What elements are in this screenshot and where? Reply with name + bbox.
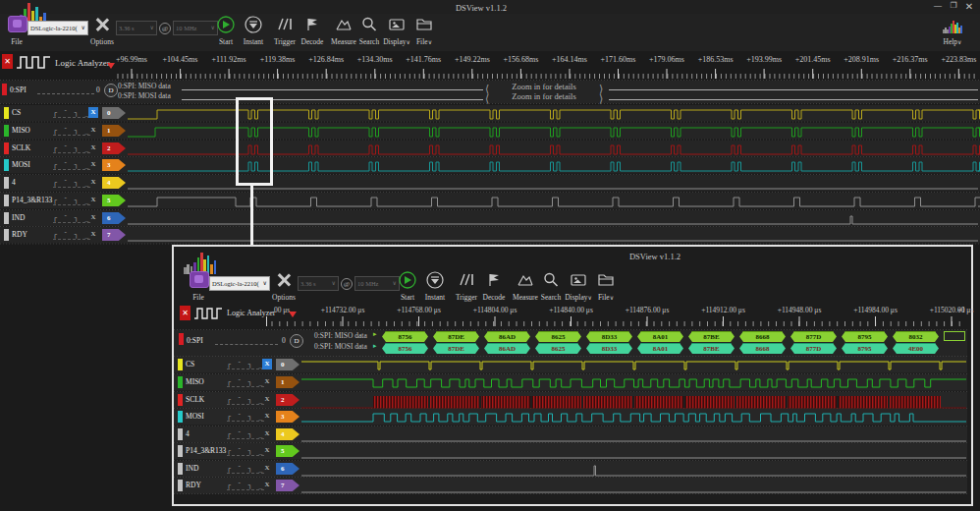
restore-button[interactable]: ❐ — [947, 1, 960, 12]
channel-row-sclk: SCLK┌ ¯ ┐ _X2 — [174, 392, 306, 408]
trigger-edge-selector[interactable]: ┌ ¯ ┐ _ — [227, 413, 264, 422]
channel-tag-6[interactable]: 6 — [276, 463, 299, 475]
measure-icon[interactable] — [334, 16, 354, 33]
channel-tag-7[interactable]: 7 — [102, 229, 126, 241]
trigger-edge-selector[interactable]: ┌ ¯ ┐ _ — [53, 214, 90, 223]
trigger-any-chip[interactable]: X — [262, 445, 272, 456]
samplerate-select[interactable]: ∨10 MHz — [173, 21, 218, 35]
decode-icon[interactable] — [302, 16, 322, 33]
trigger-any-chip[interactable]: X — [262, 359, 272, 369]
channel-name[interactable]: IND — [12, 213, 25, 222]
minimize-button[interactable]: — — [931, 1, 945, 12]
trigger-edge-selector[interactable]: ┌ ¯ ┐ _ — [53, 197, 90, 205]
channel-tag-2[interactable]: 2 — [102, 142, 126, 154]
channel-name[interactable]: CS — [12, 108, 21, 117]
trigger-edge-selector[interactable]: ┌ ¯ ┐ _ — [53, 109, 90, 118]
dsview-main-window: DSView v1.1.2 — ❐ ✕ File∨DSLogic-la-2210… — [0, 0, 980, 511]
channel-name[interactable]: IND — [186, 464, 198, 473]
channel-name[interactable]: SCLK — [186, 395, 204, 404]
channel-color-swatch — [4, 229, 9, 241]
channel-row-miso: MISO┌ ¯ ┐ _X1 — [0, 123, 133, 139]
trigger-edge-selector[interactable]: ┌ ¯ ┐ _ — [227, 482, 264, 490]
instant-icon[interactable] — [244, 16, 263, 33]
decode-box-mosi: 8D33 — [586, 343, 632, 354]
close-button[interactable]: ✕ — [962, 1, 976, 12]
trigger-any-chip[interactable]: X — [88, 159, 98, 170]
trigger-any-chip[interactable]: X — [88, 107, 98, 118]
display-icon[interactable] — [387, 16, 407, 33]
trigger-edge-selector[interactable]: ┌ ¯ ┐ _ — [53, 127, 90, 136]
decode-box-mosi: 86AD — [484, 343, 530, 354]
channel-name[interactable]: MISO — [186, 377, 204, 386]
channel-tag-6[interactable]: 6 — [102, 212, 126, 224]
trigger-any-chip[interactable]: X — [88, 212, 98, 223]
decode-box-miso: 8668 — [739, 331, 786, 342]
channel-name[interactable]: P14_3&R133 — [12, 196, 52, 204]
channel-tag-0[interactable]: 0 — [276, 359, 299, 370]
trigger-any-chip[interactable]: X — [262, 394, 272, 405]
trigger-any-chip[interactable]: X — [262, 463, 272, 474]
channel-name[interactable]: MISO — [12, 126, 30, 135]
channel-row-4: 4┌ ¯ ┐ _X4 — [174, 426, 306, 442]
trigger-edge-selector[interactable]: ┌ ¯ ┐ _ — [227, 396, 264, 405]
channel-color-swatch — [178, 428, 183, 440]
trigger-any-chip[interactable]: X — [88, 195, 98, 205]
trigger-any-chip[interactable]: X — [88, 229, 98, 240]
channel-color-swatch — [4, 212, 9, 224]
channel-name[interactable]: MOSI — [186, 412, 204, 421]
channel-name[interactable]: CS — [186, 360, 194, 369]
trigger-edge-selector[interactable]: ┌ ¯ ┐ _ — [53, 179, 90, 188]
file-open-icon[interactable] — [414, 16, 434, 33]
channel-name[interactable]: MOSI — [12, 160, 30, 169]
channel-tag-2[interactable]: 2 — [276, 394, 299, 406]
search-icon[interactable] — [359, 16, 379, 33]
channel-row-sclk: SCLK┌ ¯ ┐ _X2 — [0, 141, 133, 156]
trigger-edge-selector[interactable]: ┌ ¯ ┐ _ — [227, 361, 264, 369]
channel-tag-0[interactable]: 0 — [102, 107, 126, 119]
channel-name[interactable]: SCLK — [12, 143, 30, 152]
channel-tag-5[interactable]: 5 — [276, 445, 299, 457]
file-label-text: File — [416, 37, 428, 46]
start-icon[interactable] — [216, 16, 236, 33]
trigger-any-chip[interactable]: X — [88, 125, 98, 136]
file-button-label[interactable]: File∨ — [405, 37, 444, 46]
trigger-any-chip[interactable]: X — [262, 411, 272, 422]
channel-tag-5[interactable]: 5 — [102, 195, 126, 206]
channel-tag-1[interactable]: 1 — [276, 376, 299, 388]
trigger-edge-selector[interactable]: ┌ ¯ ┐ _ — [227, 378, 264, 387]
trigger-any-chip[interactable]: X — [262, 376, 272, 387]
channel-row-rdy: RDY┌ ¯ ┐ _X7 — [174, 478, 306, 493]
trigger-any-chip[interactable]: X — [262, 428, 272, 439]
trigger-edge-selector[interactable]: ┌ ¯ ┐ _ — [53, 144, 90, 153]
channel-tag-4[interactable]: 4 — [276, 428, 299, 440]
decode-box-mosi: 87DE — [433, 343, 479, 354]
channel-name[interactable]: RDY — [12, 230, 27, 239]
channel-tag-3[interactable]: 3 — [276, 411, 299, 423]
channel-color-swatch — [4, 195, 9, 206]
trigger-edge-selector[interactable]: ┌ ¯ ┐ _ — [53, 231, 90, 240]
trigger-icon[interactable] — [275, 16, 295, 33]
decode-leader-arrow-mosi: ▸ — [373, 342, 377, 350]
channel-tag-7[interactable]: 7 — [276, 480, 299, 491]
channel-tag-4[interactable]: 4 — [102, 177, 126, 189]
channel-name[interactable]: 4 — [12, 178, 16, 187]
inset-window: DSView v1.1.2 File∨DSLogic-la-2210(Optio… — [172, 245, 973, 506]
channel-tag-3[interactable]: 3 — [102, 159, 126, 171]
channel-name[interactable]: P14_3&R133 — [186, 446, 226, 455]
trigger-edge-selector[interactable]: ┌ ¯ ┐ _ — [227, 430, 264, 439]
trigger-any-chip[interactable]: X — [88, 177, 98, 188]
decode-box-miso: 8A01 — [637, 331, 683, 342]
trigger-edge-selector[interactable]: ┌ ¯ ┐ _ — [227, 465, 264, 474]
channel-tag-1[interactable]: 1 — [102, 125, 126, 137]
trigger-edge-selector[interactable]: ┌ ¯ ┐ _ — [227, 447, 264, 456]
channel-name[interactable]: RDY — [186, 481, 201, 489]
help-menu[interactable]: Help∨ — [931, 20, 978, 49]
channel-name[interactable]: 4 — [186, 429, 190, 438]
trigger-any-chip[interactable]: X — [262, 480, 272, 490]
help-menu-label[interactable]: Help∨ — [931, 37, 974, 46]
main-time-ruler[interactable]: +96.99ms+104.45ms+111.92ms+119.38ms+126.… — [0, 51, 980, 81]
channel-row-cs: CS┌ ¯ ┐ _X0 — [0, 105, 133, 121]
trigger-any-chip[interactable]: X — [88, 142, 98, 153]
ruler-label: +223.83ms — [919, 55, 980, 64]
trigger-edge-selector[interactable]: ┌ ¯ ┐ _ — [53, 161, 90, 170]
